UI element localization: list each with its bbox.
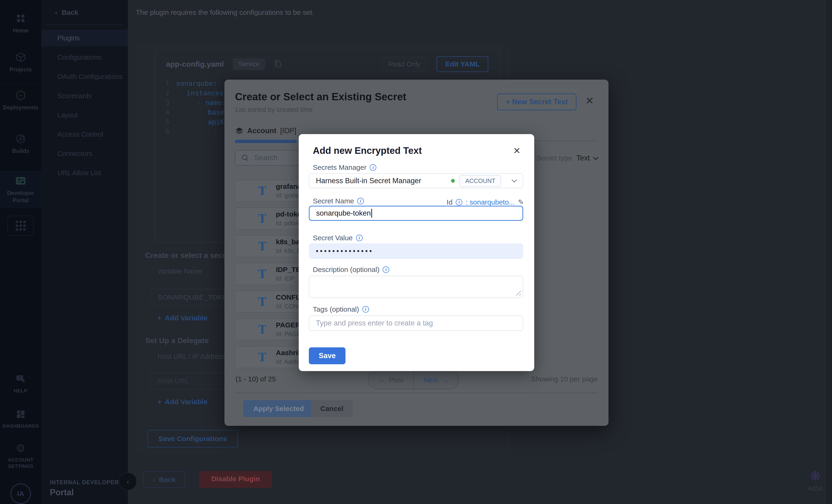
plus-icon: + bbox=[157, 314, 162, 322]
aida-icon: ❋ bbox=[802, 470, 828, 483]
status-dot bbox=[451, 179, 455, 183]
yaml-card-header: app-config.yaml Service Read Only Edit Y… bbox=[155, 50, 499, 78]
sidebar-divider bbox=[46, 24, 123, 25]
id-value-link[interactable]: : sonarqubeto... bbox=[466, 198, 515, 206]
info-icon[interactable]: i bbox=[357, 198, 364, 204]
cancel-button[interactable]: Cancel bbox=[311, 400, 353, 417]
sidebar-item-access-control[interactable]: Access Control bbox=[42, 126, 128, 143]
dialog-close-icon[interactable]: ✕ bbox=[513, 146, 521, 155]
apply-selected-button[interactable]: Apply Selected bbox=[243, 400, 314, 417]
variable-name-label: Variable Name bbox=[157, 268, 202, 275]
avatar-initials: IA bbox=[17, 490, 24, 498]
user-avatar[interactable]: IA bbox=[10, 483, 31, 504]
modal-footer-divider bbox=[235, 393, 598, 393]
nav-item-builds[interactable]: Builds bbox=[0, 133, 42, 155]
tab-account-idp[interactable]: Account [IDP] bbox=[235, 127, 296, 135]
nav-item-home[interactable]: Home bbox=[0, 12, 42, 34]
aida-widget[interactable]: ❋ AIDA bbox=[802, 470, 828, 492]
footer-kicker: INTERNAL DEVELOPER bbox=[50, 479, 119, 486]
sidebar-item-scorecards[interactable]: Scorecards bbox=[42, 88, 128, 104]
nav-item-developer-portal[interactable]: Developer Portal bbox=[0, 171, 42, 208]
plus-icon: + bbox=[157, 398, 162, 406]
prev-page-button[interactable]: ← Prev bbox=[368, 371, 414, 389]
nav-item-account-settings[interactable]: ⚙ ACCOUNT SETTINGS bbox=[0, 442, 42, 470]
masked-value: •••••••••••••• bbox=[316, 247, 373, 255]
secret-id-row: Id i : sonarqubeto... ✎ bbox=[446, 198, 524, 206]
sidebar-back-link[interactable]: ‹ Back bbox=[55, 8, 78, 17]
chevron-left-icon: ‹ bbox=[126, 477, 129, 486]
menu-label: Connectors bbox=[57, 150, 92, 158]
resize-handle-icon[interactable] bbox=[516, 290, 521, 296]
secrets-manager-select[interactable]: Harness Built-in Secret Manager ACCOUNT bbox=[309, 173, 523, 188]
description-textarea[interactable] bbox=[309, 276, 523, 298]
text-secret-icon: T bbox=[258, 241, 266, 252]
deployments-icon: ∞ bbox=[15, 89, 27, 102]
add-variable-link[interactable]: + Add Variable bbox=[157, 314, 208, 322]
nav-label: Builds bbox=[12, 147, 29, 155]
sidebar-item-configurations[interactable]: Configurations bbox=[42, 49, 128, 65]
secret-name-input[interactable]: sonarqube-token bbox=[309, 206, 523, 221]
add-variable-label: Add Variable bbox=[165, 398, 208, 406]
tab-suffix: [IDP] bbox=[280, 127, 296, 135]
info-icon[interactable]: i bbox=[370, 164, 376, 171]
nav-label: Home bbox=[13, 27, 29, 34]
sidebar-item-url-allow-list[interactable]: URL Allow List bbox=[42, 165, 128, 181]
menu-label: Plugins bbox=[57, 34, 80, 42]
description-label: Description (optional)i bbox=[313, 265, 389, 274]
developer-portal-icon bbox=[15, 175, 27, 187]
sidebar-item-connectors[interactable]: Connectors bbox=[42, 145, 128, 162]
nav-item-help[interactable]: ? HELP bbox=[0, 373, 42, 394]
text-secret-icon: T bbox=[258, 269, 266, 280]
sidebar-item-plugins[interactable]: Plugins bbox=[42, 30, 128, 46]
secret-value-input[interactable]: •••••••••••••• bbox=[309, 243, 523, 259]
edit-pencil-icon[interactable]: ✎ bbox=[518, 198, 524, 206]
nav-item-projects[interactable]: Projects bbox=[0, 51, 42, 73]
showing-per-page: Showing 10 per page bbox=[531, 375, 598, 383]
info-icon[interactable]: i bbox=[356, 234, 363, 241]
help-icon: ? bbox=[15, 373, 27, 385]
sidebar-item-oauth-configurations[interactable]: OAuth Configurations bbox=[42, 68, 128, 85]
nav-item-dashboards[interactable]: DASHBOARDS bbox=[0, 408, 42, 429]
secret-section-heading: Create or select a secret bbox=[145, 251, 232, 260]
search-placeholder: Search bbox=[254, 153, 277, 162]
info-icon[interactable]: i bbox=[383, 266, 389, 273]
apps-grid-button[interactable] bbox=[7, 216, 34, 236]
add-variable-link-2[interactable]: + Add Variable bbox=[157, 398, 208, 406]
nav-label: DASHBOARDS bbox=[2, 423, 39, 429]
next-page-button[interactable]: Next → bbox=[414, 371, 459, 389]
gear-icon: ⚙ bbox=[15, 442, 27, 454]
page-scrollbar[interactable] bbox=[825, 0, 832, 504]
tab-label: Account bbox=[247, 127, 277, 135]
save-configurations-button[interactable]: Save Configurations bbox=[147, 430, 238, 448]
modal-close-icon[interactable]: ✕ bbox=[585, 95, 594, 106]
disable-plugin-button[interactable]: Disable Plugin bbox=[199, 471, 272, 488]
save-button[interactable]: Save bbox=[309, 347, 345, 364]
secret-type-dropdown[interactable]: Secret type Text bbox=[536, 154, 598, 162]
host-url-label: Host URL / IP Address bbox=[157, 353, 226, 361]
nav-label: HELP bbox=[14, 388, 27, 394]
back-button[interactable]: ‹ Back bbox=[143, 471, 185, 488]
info-icon[interactable]: i bbox=[456, 199, 462, 205]
active-tab-underline bbox=[235, 140, 296, 143]
tags-label: Tags (optional)i bbox=[313, 305, 369, 313]
tags-input[interactable] bbox=[309, 316, 523, 331]
secondary-sidebar: ‹ Back Plugins Configurations OAuth Conf… bbox=[42, 0, 128, 504]
copy-icon[interactable] bbox=[274, 59, 282, 69]
host-url-placeholder: Host URL bbox=[158, 377, 189, 385]
info-icon[interactable]: i bbox=[362, 306, 369, 313]
builds-icon bbox=[15, 133, 27, 145]
secret-type-value: Text bbox=[576, 154, 590, 162]
footer-title: Portal bbox=[50, 487, 119, 498]
nav-item-deployments[interactable]: ∞ Deployments bbox=[0, 89, 42, 111]
sidebar-collapse-button[interactable]: ‹ bbox=[119, 473, 137, 491]
svg-text:?: ? bbox=[19, 376, 21, 380]
secret-name-label: Secret Namei bbox=[313, 197, 364, 205]
text-secret-icon: T bbox=[258, 185, 266, 197]
sidebar-item-layout[interactable]: Layout bbox=[42, 107, 128, 123]
chevron-down-icon bbox=[593, 155, 599, 160]
edit-yaml-button[interactable]: Edit YAML bbox=[437, 56, 488, 72]
new-secret-text-button[interactable]: + New Secret Text bbox=[497, 93, 576, 110]
secret-value-label: Secret Valuei bbox=[313, 234, 363, 242]
text-secret-icon: T bbox=[258, 296, 266, 307]
text-caret bbox=[371, 209, 372, 218]
